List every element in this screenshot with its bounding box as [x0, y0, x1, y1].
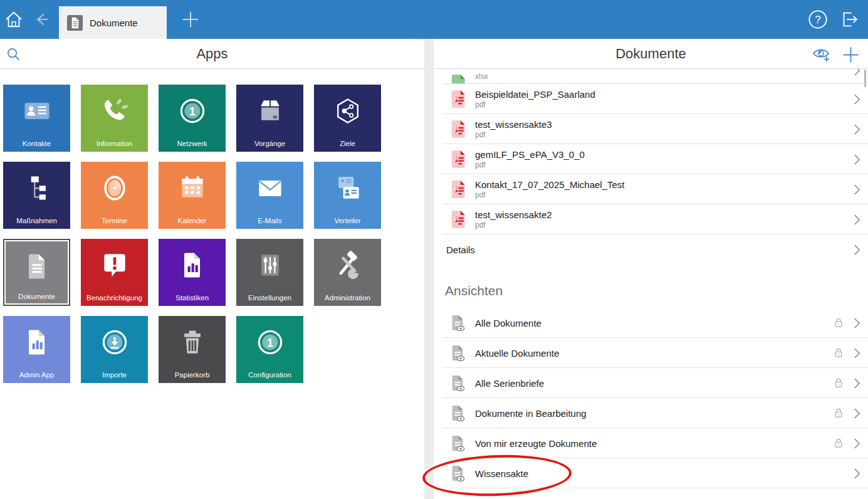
app-tile[interactable]: Benachrichtigung: [81, 239, 148, 306]
chevron-right-icon: [854, 123, 860, 135]
app-tile[interactable]: Termine: [81, 162, 148, 229]
view-label: Von mir erzeugte Dokumente: [475, 438, 597, 449]
app-tile-label: Verteiler: [314, 217, 381, 224]
file-name: test_wissensakte3: [475, 119, 552, 130]
view-row[interactable]: Wissensakte: [434, 458, 868, 488]
app-tile[interactable]: Importe: [81, 316, 148, 383]
app-tile[interactable]: Kontakte: [3, 85, 70, 152]
app-tile-icon: [332, 90, 364, 132]
tab-dokumente[interactable]: Dokumente: [59, 6, 167, 39]
chevron-right-icon: [854, 69, 860, 76]
file-type: pdf: [475, 130, 552, 139]
app-tile-icon: [98, 90, 131, 132]
app-tile[interactable]: Statistiken: [159, 239, 226, 306]
details-label: Details: [446, 244, 475, 255]
view-document-eye-icon: [450, 465, 465, 482]
xlsx-file-icon: [450, 74, 466, 84]
app-tile[interactable]: Administration: [314, 239, 381, 306]
app-tile-label: Benachrichtigung: [81, 294, 148, 302]
document-row[interactable]: test_wissensakte2 pdf: [434, 204, 868, 234]
app-tile-label: Vorgänge: [236, 140, 303, 147]
document-row[interactable]: Kontakt_17_07_2025_Michael_Test pdf: [434, 174, 868, 204]
back-icon[interactable]: [28, 0, 55, 39]
view-document-eye-icon: [450, 404, 465, 422]
app-tile[interactable]: Dokumente: [3, 239, 70, 306]
pdf-file-icon: [450, 90, 466, 108]
file-name: Kontakt_17_07_2025_Michael_Test: [475, 179, 625, 191]
app-tile-label: Netzwerk: [159, 140, 226, 147]
chevron-right-icon: [854, 214, 860, 226]
file-name: Beispieldatei_PSP_Saarland: [475, 89, 595, 100]
chevron-right-icon: [854, 438, 860, 449]
app-tile[interactable]: Kalender: [159, 162, 226, 229]
app-tile-icon: [332, 244, 364, 286]
lock-icon: [834, 438, 843, 449]
add-view-icon[interactable]: [812, 47, 830, 63]
view-row[interactable]: Alle Serienbriefe: [434, 368, 868, 398]
file-type: pdf: [475, 160, 585, 169]
app-tile-label: Administration: [314, 294, 381, 302]
app-tile-icon: [176, 321, 209, 364]
app-tile-icon: [21, 245, 53, 288]
app-tile[interactable]: Verteiler: [314, 162, 381, 229]
view-row[interactable]: Aktuelle Dokumente: [434, 338, 868, 368]
app-tile-icon: 1: [254, 321, 286, 364]
app-tile-label: Kalender: [159, 217, 226, 224]
document-row[interactable]: Beispieldatei_PSP_Saarland pdf: [434, 84, 868, 114]
app-tile[interactable]: Einstellungen: [236, 239, 303, 306]
app-tile-icon: [98, 167, 131, 209]
document-row[interactable]: test_wissensakte3 pdf: [434, 114, 868, 144]
svg-text:1: 1: [267, 337, 273, 349]
app-tile[interactable]: Papierkorb: [159, 316, 226, 383]
search-icon[interactable]: [6, 47, 21, 61]
document-row[interactable]: gemILF_PS_ePA_V3_0_0 pdf: [434, 144, 868, 174]
help-icon[interactable]: ?: [808, 9, 828, 29]
view-row[interactable]: Dokumente in Bearbeitung: [434, 398, 868, 428]
pdf-file-icon: [450, 150, 466, 169]
file-type: xlsx: [475, 72, 488, 81]
app-tile-icon: [176, 244, 209, 286]
home-icon[interactable]: [0, 0, 28, 39]
logout-icon[interactable]: [839, 9, 859, 29]
document-list: xlsx Beispieldatei_PSP_Saarland pdf: [434, 69, 868, 488]
app-tile-label: Termine: [81, 217, 148, 224]
document-row-partial[interactable]: xlsx: [434, 69, 868, 84]
app-tile-grid: Kontakte Information 1 Netzwerk Vorgänge: [0, 69, 424, 383]
app-tile-icon: [254, 244, 286, 286]
app-tile-label: Information: [81, 140, 148, 147]
app-tile-icon: [98, 321, 131, 364]
add-document-icon[interactable]: [842, 46, 859, 63]
app-tile-icon: [98, 244, 131, 286]
chevron-right-icon: [854, 184, 860, 196]
view-label: Dokumente in Bearbeitung: [475, 408, 587, 419]
svg-text:1: 1: [189, 105, 196, 118]
app-tile[interactable]: Admin App: [3, 316, 70, 383]
lock-icon: [834, 347, 843, 359]
app-tile[interactable]: Maßnahmen: [3, 162, 70, 229]
app-tile[interactable]: Ziele: [314, 85, 381, 152]
app-tile[interactable]: 1 Configuration: [236, 316, 303, 383]
view-rows: Alle Dokumente Aktuelle Dokumente: [434, 308, 868, 488]
file-name: gemILF_PS_ePA_V3_0_0: [475, 149, 585, 160]
app-tile-label: Importe: [81, 371, 148, 379]
app-tile[interactable]: Vorgänge: [236, 85, 303, 152]
view-document-eye-icon: [450, 344, 465, 362]
view-row[interactable]: Von mir erzeugte Dokumente: [434, 428, 868, 458]
view-row[interactable]: Alle Dokumente: [434, 308, 868, 338]
apps-panel: Apps Kontakte Information 1 Netzwerk: [0, 39, 424, 499]
new-tab-plus-icon[interactable]: [177, 0, 204, 39]
view-label: Alle Serienbriefe: [475, 378, 544, 389]
apps-panel-title: Apps: [196, 46, 227, 62]
apps-panel-header: Apps: [0, 39, 424, 69]
app-tile-icon: [254, 90, 286, 132]
documents-panel: Dokumente xlsx: [434, 39, 868, 499]
details-row[interactable]: Details: [434, 234, 868, 265]
app-tile[interactable]: 1 Netzwerk: [159, 85, 226, 152]
chevron-right-icon: [854, 407, 860, 419]
app-tile-label: Papierkorb: [159, 371, 226, 379]
app-tile[interactable]: E-Mails: [236, 162, 303, 229]
view-label: Aktuelle Dokumente: [475, 348, 559, 359]
app-tile[interactable]: Information: [81, 85, 148, 152]
lock-icon: [834, 407, 843, 419]
lock-icon: [834, 317, 843, 328]
